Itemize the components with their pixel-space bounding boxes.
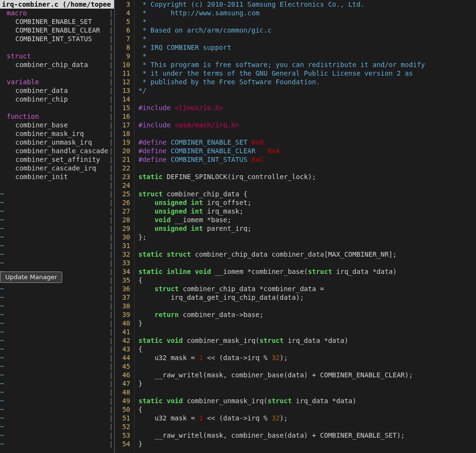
code-line[interactable]: unsigned int irq_mask; xyxy=(138,207,476,215)
code-area[interactable]: * Copyright (c) 2010-2011 Samsung Electr… xyxy=(135,0,476,453)
vsplit-mark: | xyxy=(108,388,114,396)
code-line[interactable]: static void combiner_mask_irq(struct irq… xyxy=(138,336,476,345)
line-number: 8 xyxy=(115,43,130,52)
line-number: 21 xyxy=(115,155,130,164)
code-line[interactable]: #define COMBINER_ENABLE_CLEAR 0x4 xyxy=(138,147,476,155)
code-line[interactable]: }; xyxy=(138,233,476,241)
line-number: 27 xyxy=(115,207,130,215)
outline-item[interactable]: COMBINER_INT_STATUS xyxy=(0,34,114,43)
code-line[interactable]: #include <linux/io.h> xyxy=(138,103,476,112)
vsplit-mark: | xyxy=(108,52,114,60)
outline-item[interactable]: combiner_init xyxy=(0,172,114,181)
code-line[interactable] xyxy=(138,181,476,190)
vsplit-mark: | xyxy=(108,69,114,78)
code-line[interactable]: unsigned int irq_offset; xyxy=(138,198,476,207)
vsplit-mark: | xyxy=(108,276,114,284)
tilde-icon: ~ xyxy=(0,328,6,336)
code-line[interactable] xyxy=(138,241,476,250)
code-line[interactable]: } xyxy=(138,319,476,328)
code-line[interactable]: __raw_writel(mask, combiner_base(data) +… xyxy=(138,431,476,440)
code-line[interactable] xyxy=(138,164,476,172)
outline-item[interactable]: COMBINER_ENABLE_CLEAR xyxy=(0,26,114,34)
code-line[interactable]: struct combiner_chip_data *combiner_data… xyxy=(138,284,476,293)
code-line[interactable]: * published by the Free Software Foundat… xyxy=(138,78,476,86)
code-line[interactable]: irq_data_get_irq_chip_data(data); xyxy=(138,293,476,302)
vsplit-mark: | xyxy=(108,224,114,233)
outline-section-struct[interactable]: struct xyxy=(0,52,114,60)
line-number: 39 xyxy=(115,310,130,319)
outline-item[interactable]: combiner_set_affinity xyxy=(0,155,114,164)
outline-item[interactable]: COMBINER_ENABLE_SET xyxy=(0,17,114,26)
code-line[interactable]: static struct combiner_chip_data combine… xyxy=(138,250,476,259)
line-number: 26 xyxy=(115,198,130,207)
outline-section-variable[interactable]: variable xyxy=(0,78,114,86)
outline-item[interactable]: combiner_chip xyxy=(0,95,114,103)
line-number: 10 xyxy=(115,60,130,69)
code-line[interactable]: */ xyxy=(138,86,476,95)
code-line[interactable]: u32 mask = 1 << (data->irq % 32); xyxy=(138,353,476,362)
line-number: 48 xyxy=(115,388,130,396)
code-line[interactable]: #define COMBINER_INT_STATUS 0xC xyxy=(138,155,476,164)
line-number: 51 xyxy=(115,414,130,422)
code-line[interactable]: * http://www.samsung.com xyxy=(138,9,476,17)
outline-item[interactable]: combiner_handle_cascade xyxy=(0,147,114,155)
code-line[interactable]: static void combiner_unmask_irq(struct i… xyxy=(138,396,476,405)
code-line[interactable]: * xyxy=(138,34,476,43)
code-line[interactable]: unsigned int parent_irq; xyxy=(138,224,476,233)
vsplit-mark: | xyxy=(108,250,114,259)
code-line[interactable]: static DEFINE_SPINLOCK(irq_controller_lo… xyxy=(138,172,476,181)
code-line[interactable]: static inline void __iomem *combiner_bas… xyxy=(138,267,476,276)
code-line[interactable] xyxy=(138,95,476,103)
code-line[interactable] xyxy=(138,328,476,336)
tilde-icon: ~ xyxy=(0,319,6,328)
code-line[interactable]: struct combiner_chip_data { xyxy=(138,190,476,198)
code-line[interactable]: * Based on arch/arm/common/gic.c xyxy=(138,26,476,34)
line-number: 28 xyxy=(115,215,130,224)
code-line[interactable]: } xyxy=(138,440,476,448)
outline-item[interactable]: combiner_cascade_irq xyxy=(0,164,114,172)
line-number: 38 xyxy=(115,302,130,310)
code-line[interactable]: __raw_writel(mask, combiner_base(data) +… xyxy=(138,371,476,379)
outline-item[interactable]: combiner_data xyxy=(0,86,114,95)
code-line[interactable]: void __iomem *base; xyxy=(138,215,476,224)
vsplit-divider: ||||||||||||||||||||||||||||||||||||||||… xyxy=(108,9,114,453)
outline-item[interactable]: combiner_base xyxy=(0,121,114,129)
empty-line-tildes: ~~~~~~~~~~~~~~~~~~~~~~~~~~~~~~ xyxy=(0,190,6,448)
code-line[interactable]: * This program is free software; you can… xyxy=(138,60,476,69)
code-line[interactable]: * IRQ COMBINER support xyxy=(138,43,476,52)
editor[interactable]: 3456789101112131415161718192021222324252… xyxy=(115,0,476,453)
code-line[interactable]: { xyxy=(138,345,476,353)
code-line[interactable]: * it under the terms of the GNU General … xyxy=(138,69,476,78)
code-line[interactable] xyxy=(138,388,476,396)
outline-section-macro[interactable]: macro xyxy=(0,9,114,17)
vsplit-mark: | xyxy=(108,172,114,181)
code-line[interactable]: { xyxy=(138,276,476,284)
vsplit-mark: | xyxy=(108,17,114,26)
code-line[interactable] xyxy=(138,112,476,121)
outline-item[interactable]: combiner_chip_data xyxy=(0,60,114,69)
code-line[interactable]: { xyxy=(138,405,476,414)
code-line[interactable]: return combiner_data->base; xyxy=(138,310,476,319)
vsplit-mark: | xyxy=(108,164,114,172)
vsplit-mark: | xyxy=(108,60,114,69)
code-line[interactable] xyxy=(138,422,476,431)
code-line[interactable]: * xyxy=(138,17,476,26)
code-line[interactable]: #define COMBINER_ENABLE_SET 0x0 xyxy=(138,138,476,147)
update-manager-popup[interactable]: Update Manager xyxy=(0,272,62,283)
code-line[interactable] xyxy=(138,362,476,371)
outline-section-function[interactable]: function xyxy=(0,112,114,121)
code-line[interactable] xyxy=(138,259,476,267)
vsplit-mark: | xyxy=(108,345,114,353)
code-line[interactable] xyxy=(138,129,476,138)
code-line[interactable]: u32 mask = 1 << (data->irq % 32); xyxy=(138,414,476,422)
code-line[interactable]: } xyxy=(138,379,476,388)
file-tab[interactable]: irq-combiner.c (/home/topee xyxy=(0,0,114,9)
code-line[interactable]: #include <asm/mach/irq.h> xyxy=(138,121,476,129)
code-line[interactable]: * Copyright (c) 2010-2011 Samsung Electr… xyxy=(138,0,476,9)
outline-item[interactable]: combiner_unmask_irq xyxy=(0,138,114,147)
code-line[interactable] xyxy=(138,302,476,310)
outline-item[interactable]: combiner_mask_irq xyxy=(0,129,114,138)
line-number: 20 xyxy=(115,147,130,155)
code-line[interactable]: * xyxy=(138,52,476,60)
vsplit-mark: | xyxy=(108,353,114,362)
